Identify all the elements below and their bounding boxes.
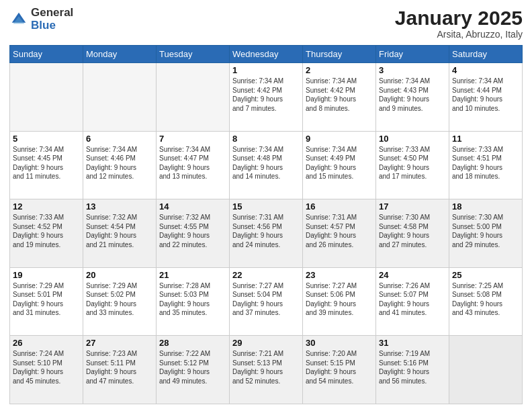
table-row: 22Sunrise: 7:27 AM Sunset: 5:04 PM Dayli…: [230, 267, 303, 336]
day-number: 27: [86, 338, 153, 348]
table-row: 26Sunrise: 7:24 AM Sunset: 5:10 PM Dayli…: [10, 336, 83, 404]
day-number: 17: [379, 201, 446, 212]
col-tuesday: Tuesday: [157, 46, 230, 63]
day-info: Sunrise: 7:29 AM Sunset: 5:01 PM Dayligh…: [13, 281, 80, 318]
calendar-week-row: 5Sunrise: 7:34 AM Sunset: 4:45 PM Daylig…: [10, 131, 523, 199]
day-info: Sunrise: 7:31 AM Sunset: 4:56 PM Dayligh…: [232, 213, 300, 249]
table-row: 11Sunrise: 7:33 AM Sunset: 4:51 PM Dayli…: [449, 131, 523, 199]
logo-general: General: [31, 7, 73, 19]
day-info: Sunrise: 7:34 AM Sunset: 4:46 PM Dayligh…: [86, 145, 153, 181]
table-row: 19Sunrise: 7:29 AM Sunset: 5:01 PM Dayli…: [10, 267, 83, 336]
day-number: 8: [232, 134, 300, 144]
day-info: Sunrise: 7:21 AM Sunset: 5:13 PM Dayligh…: [232, 349, 300, 385]
table-row: 8Sunrise: 7:34 AM Sunset: 4:48 PM Daylig…: [230, 131, 303, 199]
table-row: [83, 63, 157, 132]
calendar-week-row: 26Sunrise: 7:24 AM Sunset: 5:10 PM Dayli…: [10, 336, 523, 404]
day-number: 25: [452, 270, 519, 280]
day-number: 1: [232, 65, 300, 75]
table-row: 2Sunrise: 7:34 AM Sunset: 4:42 PM Daylig…: [303, 63, 376, 132]
col-saturday: Saturday: [449, 46, 523, 63]
table-row: 5Sunrise: 7:34 AM Sunset: 4:45 PM Daylig…: [10, 131, 83, 199]
table-row: [10, 63, 83, 132]
day-info: Sunrise: 7:34 AM Sunset: 4:44 PM Dayligh…: [452, 77, 519, 113]
table-row: 13Sunrise: 7:32 AM Sunset: 4:54 PM Dayli…: [83, 199, 157, 268]
day-number: 15: [232, 201, 300, 212]
table-row: 23Sunrise: 7:27 AM Sunset: 5:06 PM Dayli…: [303, 267, 376, 336]
day-number: 21: [159, 270, 226, 280]
col-wednesday: Wednesday: [230, 46, 303, 63]
day-number: 26: [13, 338, 80, 348]
day-info: Sunrise: 7:34 AM Sunset: 4:42 PM Dayligh…: [232, 77, 300, 113]
table-row: 25Sunrise: 7:25 AM Sunset: 5:08 PM Dayli…: [449, 267, 523, 336]
day-number: 20: [86, 270, 153, 280]
table-row: 30Sunrise: 7:20 AM Sunset: 5:15 PM Dayli…: [303, 336, 376, 404]
table-row: 9Sunrise: 7:34 AM Sunset: 4:49 PM Daylig…: [303, 131, 376, 199]
day-info: Sunrise: 7:19 AM Sunset: 5:16 PM Dayligh…: [379, 349, 446, 385]
col-thursday: Thursday: [303, 46, 376, 63]
day-info: Sunrise: 7:34 AM Sunset: 4:47 PM Dayligh…: [159, 145, 226, 181]
logo: General Blue: [9, 7, 73, 32]
day-number: 7: [159, 134, 226, 144]
day-info: Sunrise: 7:34 AM Sunset: 4:43 PM Dayligh…: [379, 77, 446, 113]
day-number: 23: [306, 270, 373, 280]
day-info: Sunrise: 7:24 AM Sunset: 5:10 PM Dayligh…: [13, 349, 80, 385]
table-row: 21Sunrise: 7:28 AM Sunset: 5:03 PM Dayli…: [157, 267, 230, 336]
day-info: Sunrise: 7:34 AM Sunset: 4:48 PM Dayligh…: [232, 145, 300, 181]
calendar-week-row: 19Sunrise: 7:29 AM Sunset: 5:01 PM Dayli…: [10, 267, 523, 336]
day-info: Sunrise: 7:30 AM Sunset: 4:58 PM Dayligh…: [379, 213, 446, 249]
day-number: 14: [159, 201, 226, 212]
day-number: 13: [86, 201, 153, 212]
logo-text: General Blue: [31, 7, 73, 32]
day-info: Sunrise: 7:34 AM Sunset: 4:49 PM Dayligh…: [306, 145, 373, 181]
table-row: [449, 336, 523, 404]
day-number: 11: [452, 134, 519, 144]
table-row: 14Sunrise: 7:32 AM Sunset: 4:55 PM Dayli…: [157, 199, 230, 268]
col-sunday: Sunday: [10, 46, 83, 63]
table-row: 1Sunrise: 7:34 AM Sunset: 4:42 PM Daylig…: [230, 63, 303, 132]
page-header: General Blue January 2025 Arsita, Abruzz…: [9, 7, 523, 40]
calendar-table: Sunday Monday Tuesday Wednesday Thursday…: [9, 45, 523, 404]
table-row: 29Sunrise: 7:21 AM Sunset: 5:13 PM Dayli…: [230, 336, 303, 404]
day-info: Sunrise: 7:27 AM Sunset: 5:04 PM Dayligh…: [232, 281, 300, 318]
title-block: January 2025 Arsita, Abruzzo, Italy: [395, 7, 523, 40]
day-number: 4: [452, 65, 519, 75]
table-row: 4Sunrise: 7:34 AM Sunset: 4:44 PM Daylig…: [449, 63, 523, 132]
logo-icon: [9, 10, 28, 29]
table-row: 6Sunrise: 7:34 AM Sunset: 4:46 PM Daylig…: [83, 131, 157, 199]
day-info: Sunrise: 7:32 AM Sunset: 4:55 PM Dayligh…: [159, 213, 226, 249]
day-info: Sunrise: 7:27 AM Sunset: 5:06 PM Dayligh…: [306, 281, 373, 318]
day-info: Sunrise: 7:28 AM Sunset: 5:03 PM Dayligh…: [159, 281, 226, 318]
table-row: 31Sunrise: 7:19 AM Sunset: 5:16 PM Dayli…: [376, 336, 449, 404]
day-number: 30: [306, 338, 373, 348]
col-monday: Monday: [83, 46, 157, 63]
day-info: Sunrise: 7:34 AM Sunset: 4:42 PM Dayligh…: [306, 77, 373, 113]
day-info: Sunrise: 7:23 AM Sunset: 5:11 PM Dayligh…: [86, 349, 153, 385]
calendar-week-row: 1Sunrise: 7:34 AM Sunset: 4:42 PM Daylig…: [10, 63, 523, 132]
day-number: 24: [379, 270, 446, 280]
day-number: 5: [13, 134, 80, 144]
table-row: 28Sunrise: 7:22 AM Sunset: 5:12 PM Dayli…: [157, 336, 230, 404]
day-info: Sunrise: 7:33 AM Sunset: 4:52 PM Dayligh…: [13, 213, 80, 249]
day-info: Sunrise: 7:34 AM Sunset: 4:45 PM Dayligh…: [13, 145, 80, 181]
day-info: Sunrise: 7:29 AM Sunset: 5:02 PM Dayligh…: [86, 281, 153, 318]
table-row: 20Sunrise: 7:29 AM Sunset: 5:02 PM Dayli…: [83, 267, 157, 336]
calendar-header-row: Sunday Monday Tuesday Wednesday Thursday…: [10, 46, 523, 63]
day-number: 10: [379, 134, 446, 144]
day-info: Sunrise: 7:20 AM Sunset: 5:15 PM Dayligh…: [306, 349, 373, 385]
month-year: January 2025: [395, 7, 523, 29]
day-number: 29: [232, 338, 300, 348]
day-info: Sunrise: 7:26 AM Sunset: 5:07 PM Dayligh…: [379, 281, 446, 318]
table-row: [157, 63, 230, 132]
day-number: 12: [13, 201, 80, 212]
logo-blue: Blue: [31, 19, 73, 32]
table-row: 27Sunrise: 7:23 AM Sunset: 5:11 PM Dayli…: [83, 336, 157, 404]
table-row: 17Sunrise: 7:30 AM Sunset: 4:58 PM Dayli…: [376, 199, 449, 268]
location: Arsita, Abruzzo, Italy: [395, 29, 523, 40]
day-number: 6: [86, 134, 153, 144]
table-row: 12Sunrise: 7:33 AM Sunset: 4:52 PM Dayli…: [10, 199, 83, 268]
table-row: 3Sunrise: 7:34 AM Sunset: 4:43 PM Daylig…: [376, 63, 449, 132]
day-info: Sunrise: 7:33 AM Sunset: 4:50 PM Dayligh…: [379, 145, 446, 181]
day-info: Sunrise: 7:30 AM Sunset: 5:00 PM Dayligh…: [452, 213, 519, 249]
page-container: General Blue January 2025 Arsita, Abruzz…: [0, 0, 532, 411]
day-number: 19: [13, 270, 80, 280]
